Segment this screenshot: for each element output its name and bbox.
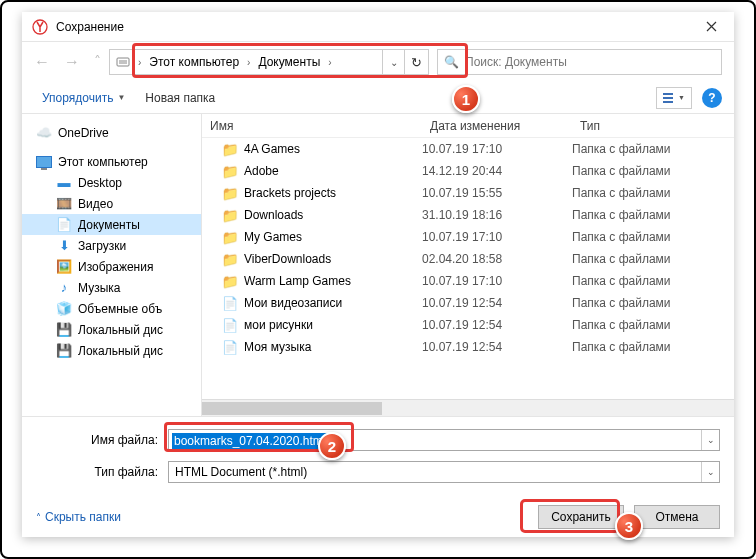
search-icon: 🔍 xyxy=(444,55,459,69)
folder-icon: 📁 xyxy=(222,185,238,201)
new-folder-label: Новая папка xyxy=(145,91,215,105)
toolbar: Упорядочить ▼ Новая папка ▼ ? xyxy=(22,82,734,114)
file-name: мои рисунки xyxy=(244,318,313,332)
view-options-button[interactable]: ▼ xyxy=(656,87,692,109)
table-row[interactable]: 📁Warm Lamp Games10.07.19 17:10Папка с фа… xyxy=(202,270,734,292)
table-row[interactable]: 📁Downloads31.10.19 18:16Папка с файлами xyxy=(202,204,734,226)
file-type: Папка с файлами xyxy=(572,186,734,200)
address-row: ← → ˄ › Этот компьютер › Документы › ⌄ ↻… xyxy=(22,42,734,82)
filename-field[interactable]: bookmarks_07.04.2020.html ⌄ xyxy=(168,429,720,451)
column-headers: Имя Дата изменения Тип xyxy=(202,114,734,138)
organize-button[interactable]: Упорядочить ▼ xyxy=(34,87,133,109)
nav-label: Локальный дис xyxy=(78,344,163,358)
cancel-button[interactable]: Отмена xyxy=(634,505,720,529)
file-date: 31.10.19 18:16 xyxy=(422,208,572,222)
title-bar: Сохранение xyxy=(22,12,734,42)
breadcrumb-icon xyxy=(110,50,136,74)
col-name[interactable]: Имя xyxy=(202,119,422,133)
filename-value: bookmarks_07.04.2020.html xyxy=(172,433,327,449)
file-date: 10.07.19 15:55 xyxy=(422,186,572,200)
chevron-down-icon: ▼ xyxy=(678,94,685,101)
back-button[interactable]: ← xyxy=(34,53,50,71)
table-row[interactable]: 📄Мои видеозаписи10.07.19 12:54Папка с фа… xyxy=(202,292,734,314)
nav-this-pc[interactable]: Этот компьютер xyxy=(22,151,201,172)
nav-label: Музыка xyxy=(78,281,120,295)
file-rows: 📁4A Games10.07.19 17:10Папка с файлами📁A… xyxy=(202,138,734,399)
table-row[interactable]: 📁Brackets projects10.07.19 15:55Папка с … xyxy=(202,182,734,204)
table-row[interactable]: 📁ViberDownloads02.04.20 18:58Папка с фай… xyxy=(202,248,734,270)
main-area: ☁️ OneDrive Этот компьютер ▬ Desktop 🎞️ … xyxy=(22,114,734,416)
file-type: Папка с файлами xyxy=(572,164,734,178)
monitor-icon xyxy=(36,154,52,170)
col-type[interactable]: Тип xyxy=(572,119,734,133)
file-name: 4A Games xyxy=(244,142,300,156)
file-type: Папка с файлами xyxy=(572,208,734,222)
nav-label: Этот компьютер xyxy=(58,155,148,169)
nav-local-disk[interactable]: 💾 Локальный дис xyxy=(22,319,201,340)
table-row[interactable]: 📁4A Games10.07.19 17:10Папка с файлами xyxy=(202,138,734,160)
file-date: 14.12.19 20:44 xyxy=(422,164,572,178)
nav-local-disk[interactable]: 💾 Локальный дис xyxy=(22,340,201,361)
file-name: Моя музыка xyxy=(244,340,311,354)
new-folder-button[interactable]: Новая папка xyxy=(137,87,223,109)
search-box[interactable]: 🔍 Поиск: Документы xyxy=(437,49,722,75)
file-type: Папка с файлами xyxy=(572,318,734,332)
file-type: Папка с файлами xyxy=(572,230,734,244)
file-name: Downloads xyxy=(244,208,303,222)
svg-rect-1 xyxy=(117,58,129,66)
nav-label: OneDrive xyxy=(58,126,109,140)
filetype-field[interactable]: HTML Document (*.html) ⌄ xyxy=(168,461,720,483)
file-list-pane: Имя Дата изменения Тип 📁4A Games10.07.19… xyxy=(202,114,734,416)
table-row[interactable]: 📄мои рисунки10.07.19 12:54Папка с файлам… xyxy=(202,314,734,336)
breadcrumb-dropdown[interactable]: ⌄ xyxy=(382,50,404,74)
breadcrumb-thispc[interactable]: Этот компьютер xyxy=(143,50,245,74)
forward-button[interactable]: → xyxy=(64,53,80,71)
folder-icon: 📁 xyxy=(222,273,238,289)
nav-music[interactable]: ♪ Музыка xyxy=(22,277,201,298)
nav-documents[interactable]: 📄 Документы xyxy=(22,214,201,235)
chevron-right-icon: › xyxy=(245,57,252,68)
horizontal-scrollbar[interactable] xyxy=(202,399,734,416)
nav-label: Изображения xyxy=(78,260,153,274)
folder-icon: 📁 xyxy=(222,141,238,157)
breadcrumb-bar[interactable]: › Этот компьютер › Документы › ⌄ ↻ xyxy=(109,49,429,75)
help-button[interactable]: ? xyxy=(702,88,722,108)
hide-folders-toggle[interactable]: ˄ Скрыть папки xyxy=(36,510,121,524)
video-icon: 🎞️ xyxy=(56,196,72,212)
chevron-up-icon: ˄ xyxy=(36,512,41,523)
file-date: 10.07.19 12:54 xyxy=(422,296,572,310)
nav-downloads[interactable]: ⬇ Загрузки xyxy=(22,235,201,256)
table-row[interactable]: 📄Моя музыка10.07.19 12:54Папка с файлами xyxy=(202,336,734,358)
file-type: Папка с файлами xyxy=(572,142,734,156)
shortcut-icon: 📄 xyxy=(222,339,238,355)
file-name: ViberDownloads xyxy=(244,252,331,266)
filename-dropdown[interactable]: ⌄ xyxy=(701,430,719,450)
folder-icon: 📁 xyxy=(222,229,238,245)
nav-label: Локальный дис xyxy=(78,323,163,337)
table-row[interactable]: 📁My Games10.07.19 17:10Папка с файлами xyxy=(202,226,734,248)
table-row[interactable]: 📁Adobe14.12.19 20:44Папка с файлами xyxy=(202,160,734,182)
nav-video[interactable]: 🎞️ Видео xyxy=(22,193,201,214)
breadcrumb-documents[interactable]: Документы xyxy=(252,50,326,74)
chevron-right-icon: › xyxy=(136,57,143,68)
nav-onedrive[interactable]: ☁️ OneDrive xyxy=(22,122,201,143)
nav-label: Видео xyxy=(78,197,113,211)
file-date: 02.04.20 18:58 xyxy=(422,252,572,266)
filetype-dropdown[interactable]: ⌄ xyxy=(701,462,719,482)
file-date: 10.07.19 17:10 xyxy=(422,230,572,244)
refresh-button[interactable]: ↻ xyxy=(404,50,428,74)
callout-1: 1 xyxy=(452,85,480,113)
close-button[interactable] xyxy=(689,12,734,42)
nav-pictures[interactable]: 🖼️ Изображения xyxy=(22,256,201,277)
nav-desktop[interactable]: ▬ Desktop xyxy=(22,172,201,193)
col-date[interactable]: Дата изменения xyxy=(422,119,572,133)
save-button[interactable]: Сохранить xyxy=(538,505,624,529)
downloads-icon: ⬇ xyxy=(56,238,72,254)
nav-3d-objects[interactable]: 🧊 Объемные объ xyxy=(22,298,201,319)
chevron-down-icon: ▼ xyxy=(117,93,125,102)
file-date: 10.07.19 12:54 xyxy=(422,340,572,354)
file-name: Мои видеозаписи xyxy=(244,296,342,310)
up-button[interactable]: ˄ xyxy=(94,53,101,71)
nav-label: Объемные объ xyxy=(78,302,162,316)
filename-label: Имя файла: xyxy=(36,433,168,447)
